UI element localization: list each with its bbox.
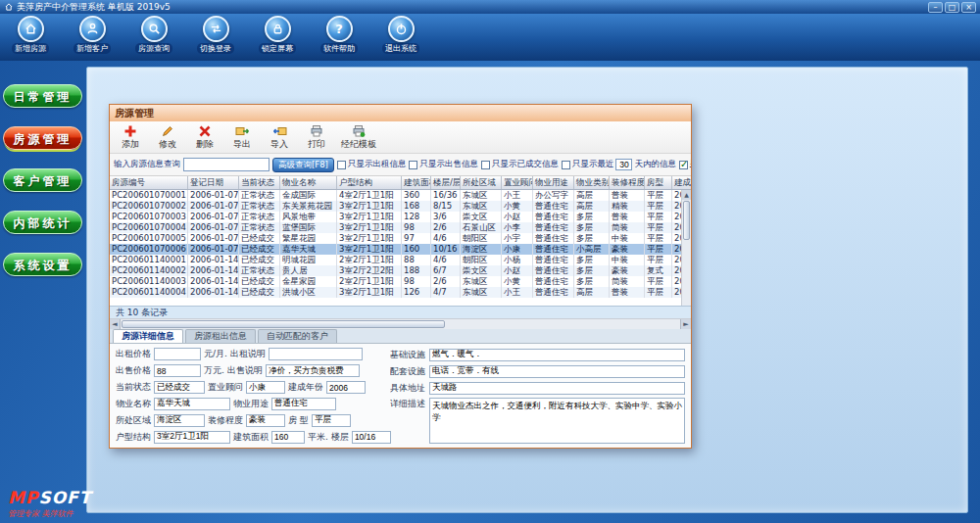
toolbar-new-customer-button[interactable]: 新增客户 — [70, 16, 115, 54]
advanced-search-button[interactable]: 高级查询[F8] — [272, 158, 334, 172]
sidebar-item-customers[interactable]: 客户管理 — [3, 168, 82, 192]
sale-note-input[interactable] — [266, 364, 360, 377]
horizontal-scrollbar[interactable]: ◄ ► — [110, 318, 691, 329]
scroll-right-icon[interactable]: ► — [680, 319, 691, 329]
description-textarea[interactable]: 天城物业杰出之作，交通便利，附近有科技大学、实验中学、实验小学 — [429, 398, 685, 444]
table-cell: 崇文区 — [461, 265, 502, 276]
area-input[interactable] — [271, 431, 305, 444]
toolbar-new-house-button[interactable]: 新增房源 — [8, 16, 53, 54]
column-header[interactable]: 楼层/层数 — [431, 176, 461, 189]
equipment-input[interactable] — [429, 365, 685, 378]
column-header[interactable]: 房源编号 — [110, 176, 188, 189]
column-header[interactable]: 登记日期 — [188, 176, 239, 189]
table-cell: 2室2厅1卫1阳 — [337, 255, 402, 265]
status-input[interactable] — [154, 381, 205, 394]
toolbar-house-search-button[interactable]: 房源查询 — [131, 16, 176, 54]
toolbar-switch-login-button[interactable]: 切换登录 — [193, 16, 238, 54]
table-cell: 明城花园 — [280, 255, 337, 265]
table-cell: PC200601070002 — [110, 201, 188, 212]
toolbar-lock-screen-button[interactable]: 锁定屏幕 — [255, 16, 300, 54]
sidebar-item-houses[interactable]: 房源管理 — [3, 126, 82, 150]
tab-rent-out-info[interactable]: 房源租出信息 — [185, 329, 256, 343]
add-button[interactable]: 添加 — [118, 123, 143, 151]
decoration-input[interactable] — [246, 414, 285, 427]
table-row[interactable]: PC2006010700062006-01-07已经成交嘉华天城3室2厅1卫1阳… — [110, 244, 691, 255]
broker-template-button[interactable]: 经纪模板 — [341, 123, 376, 151]
vertical-scroll-thumb[interactable] — [683, 201, 690, 240]
column-header[interactable]: 物业用途 — [533, 176, 574, 189]
dialog-titlebar[interactable]: 房源管理 — [110, 105, 691, 121]
table-cell: 普通住宅 — [533, 244, 574, 255]
table-cell: 平层 — [645, 190, 672, 201]
column-header[interactable]: 房型 — [645, 176, 672, 189]
table-cell: 小王 — [502, 287, 533, 298]
scroll-left-icon[interactable]: ◄ — [110, 319, 121, 329]
layout-input[interactable] — [154, 431, 230, 444]
table-row[interactable]: PC2006010700032006-01-07正常状态风景地带3室2厅1卫1阳… — [110, 212, 691, 222]
district-input[interactable] — [154, 414, 205, 427]
tab-house-detail[interactable]: 房源详细信息 — [113, 329, 183, 343]
import-button[interactable]: 导入 — [267, 123, 292, 151]
checkbox-icon[interactable] — [481, 161, 490, 169]
table-cell: 多层 — [574, 276, 610, 287]
table-row[interactable]: PC2006010700012006-01-07正常状态金成国际4室2厅1卫1阳… — [110, 190, 691, 201]
floor-input[interactable] — [352, 431, 391, 444]
export-button[interactable]: 导出 — [229, 123, 255, 151]
column-header[interactable]: 装修程度 — [610, 176, 645, 189]
column-header[interactable]: 当前状态 — [239, 176, 280, 189]
rent-note-input[interactable] — [269, 348, 363, 360]
table-row[interactable]: PC2006010700022006-01-07正常状态东关景苑花园3室2厅1卫… — [110, 201, 691, 212]
table-cell: 多层 — [574, 255, 610, 265]
checkbox-icon[interactable] — [337, 161, 346, 169]
table-row[interactable]: PC2006011400012006-01-14已经成交明城花园2室2厅1卫1阳… — [110, 255, 691, 265]
print-button[interactable]: 打印 — [304, 123, 329, 151]
scroll-up-icon[interactable]: ▲ — [682, 190, 691, 200]
year-input[interactable] — [326, 381, 366, 394]
filter-show-expired[interactable]: 显示失效信息 — [679, 159, 691, 170]
filter-rent-only[interactable]: 只显示出租信息 — [337, 159, 407, 170]
checkbox-icon[interactable] — [562, 161, 570, 169]
days-input[interactable] — [615, 159, 632, 170]
column-header[interactable]: 物业类别 — [574, 176, 610, 189]
sale-price-input[interactable] — [154, 364, 201, 377]
column-header[interactable]: 物业名称 — [280, 176, 337, 189]
vertical-scrollbar[interactable]: ▲ — [681, 190, 691, 306]
minimize-button[interactable]: – — [928, 2, 943, 13]
checkbox-icon[interactable] — [409, 161, 417, 169]
table-row[interactable]: PC2006010700052006-01-07已经成交繁星花园3室2厅1卫1阳… — [110, 233, 691, 244]
checkbox-icon[interactable] — [679, 161, 688, 169]
rent-price-input[interactable] — [154, 348, 201, 360]
column-header[interactable]: 建成年份 — [672, 176, 691, 189]
edit-button[interactable]: 修改 — [155, 123, 180, 151]
house-type-input[interactable] — [312, 414, 351, 427]
table-row[interactable]: PC2006011400042006-01-14已经成交洪城小区3室2厅1卫1阳… — [110, 287, 691, 298]
sidebar-item-statistics[interactable]: 内部统计 — [3, 211, 82, 234]
toolbar-help-button[interactable]: ? 软件帮助 — [317, 16, 362, 54]
column-header[interactable]: 建筑面积 — [402, 176, 431, 189]
usage-input[interactable] — [271, 398, 336, 410]
filter-sale-only[interactable]: 只显示出售信息 — [409, 159, 478, 170]
filter-closed-only[interactable]: 只显示已成交信息 — [481, 159, 559, 170]
search-input[interactable] — [183, 158, 270, 171]
table-cell: 平层 — [645, 233, 672, 244]
export-icon — [235, 123, 250, 138]
tab-matched-customers[interactable]: 自动匹配的客户 — [258, 329, 337, 343]
close-button[interactable]: × — [961, 2, 976, 13]
agent-input[interactable] — [246, 381, 285, 394]
sidebar-item-daily[interactable]: 日常管理 — [3, 84, 82, 108]
property-name-input[interactable] — [154, 398, 230, 410]
filter-recent-days[interactable]: 只显示最近 天内的信息 — [562, 159, 676, 170]
table-row[interactable]: PC2006011400022006-01-14正常状态贵人居3室2厅2卫2阳1… — [110, 265, 691, 276]
maximize-button[interactable]: □ — [945, 2, 959, 13]
sidebar-item-settings[interactable]: 系统设置 — [3, 253, 82, 276]
toolbar-exit-button[interactable]: 退出系统 — [378, 16, 423, 54]
horizontal-scroll-thumb[interactable] — [122, 320, 445, 328]
delete-button[interactable]: 删除 — [192, 123, 218, 151]
table-row[interactable]: PC2006011400032006-01-14已经成交金星家园2室2厅1卫1阳… — [110, 276, 691, 287]
address-input[interactable] — [429, 382, 685, 395]
column-header[interactable]: 所处区域 — [461, 176, 502, 189]
column-header[interactable]: 户型结构 — [337, 176, 402, 189]
column-header[interactable]: 置业顾问 — [502, 176, 533, 189]
table-row[interactable]: PC2006010700042006-01-07正常状态蓝堡国际3室2厅1卫1阳… — [110, 222, 691, 233]
facilities-input[interactable] — [429, 349, 685, 361]
